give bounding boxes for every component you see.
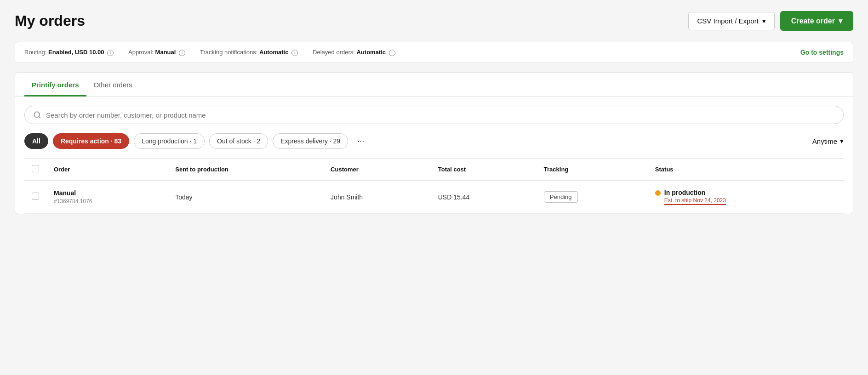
filter-all[interactable]: All	[24, 133, 48, 149]
go-to-settings-link[interactable]: Go to settings	[800, 49, 844, 56]
filter-row: All Requires action · 83 Long production…	[24, 133, 844, 149]
chevron-down-icon: ▾	[762, 17, 766, 25]
header-actions: CSV Import / Export ▾ Create order ▾	[688, 11, 853, 31]
routing-info-icon[interactable]: i	[107, 50, 114, 56]
status-column-header: Status	[648, 159, 844, 181]
order-id: #1369784.1076	[54, 198, 160, 205]
customer-column-header: Customer	[323, 159, 431, 181]
tracking-badge[interactable]: Pending	[544, 191, 578, 203]
row-checkbox[interactable]	[32, 193, 39, 200]
create-order-button[interactable]: Create order ▾	[780, 11, 853, 31]
tracking-setting: Tracking notifications: Automatic i	[200, 49, 298, 56]
filter-long-production[interactable]: Long production · 1	[134, 133, 205, 149]
routing-setting: Routing: Enabled, USD 10.00 i	[24, 49, 114, 56]
filter-express-delivery[interactable]: Express delivery · 29	[273, 133, 348, 149]
filter-out-of-stock[interactable]: Out of stock · 2	[209, 133, 268, 149]
settings-bar: Routing: Enabled, USD 10.00 i Approval: …	[15, 42, 853, 63]
tracking-info-icon[interactable]: i	[291, 50, 298, 56]
sent-to-production-column-header: Sent to production	[168, 159, 323, 181]
main-card: Printify orders Other orders All	[15, 72, 853, 214]
page-title: My orders	[15, 12, 85, 29]
total-cost-cell: USD 15.44	[431, 181, 537, 214]
search-input[interactable]	[46, 111, 835, 119]
select-all-header	[24, 159, 46, 181]
delayed-info-icon[interactable]: i	[389, 50, 395, 56]
csv-import-export-button[interactable]: CSV Import / Export ▾	[688, 12, 774, 30]
table-row: Manual #1369784.1076 Today John Smith US…	[24, 181, 844, 214]
csv-button-label: CSV Import / Export	[697, 17, 758, 25]
search-bar	[24, 106, 844, 124]
select-all-checkbox[interactable]	[32, 165, 39, 172]
filter-requires-action[interactable]: Requires action · 83	[53, 133, 129, 149]
order-name: Manual	[54, 189, 160, 197]
create-order-label: Create order	[791, 17, 835, 25]
tabs-bar: Printify orders Other orders	[15, 73, 853, 97]
filter-more-button[interactable]: ···	[353, 134, 369, 149]
tracking-column-header: Tracking	[537, 159, 648, 181]
orders-table: Order Sent to production Customer Total …	[24, 158, 844, 214]
order-cell: Manual #1369784.1076	[46, 181, 168, 214]
total-cost-column-header: Total cost	[431, 159, 537, 181]
tab-other-orders[interactable]: Other orders	[86, 73, 140, 97]
svg-line-1	[39, 116, 40, 118]
row-checkbox-cell	[24, 181, 46, 214]
approval-setting: Approval: Manual i	[128, 49, 185, 56]
tracking-cell: Pending	[537, 181, 648, 214]
order-column-header: Order	[46, 159, 168, 181]
status-dot-icon	[655, 190, 661, 196]
search-icon	[33, 111, 41, 119]
chevron-down-icon: ▾	[839, 17, 842, 25]
anytime-dropdown[interactable]: Anytime ▾	[812, 137, 844, 145]
status-cell: In production Est. to ship Nov 24, 2023	[648, 181, 844, 214]
approval-info-icon[interactable]: i	[179, 50, 185, 56]
status-subtext: Est. to ship Nov 24, 2023	[664, 197, 726, 205]
delayed-setting: Delayed orders: Automatic i	[313, 49, 395, 56]
sent-to-production-cell: Today	[168, 181, 323, 214]
chevron-down-icon: ▾	[840, 137, 844, 145]
tab-printify-orders[interactable]: Printify orders	[24, 73, 86, 97]
customer-cell: John Smith	[323, 181, 431, 214]
status-text: In production	[664, 189, 726, 196]
